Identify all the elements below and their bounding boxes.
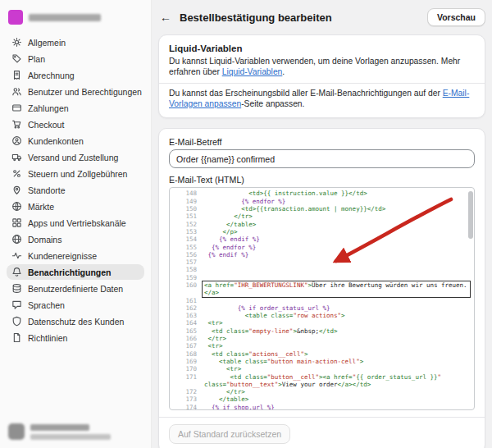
code-line: <tr> xyxy=(204,342,474,350)
sidebar-item-label: Benutzerdefinierte Daten xyxy=(28,284,123,294)
sidebar-item-plan[interactable]: Plan xyxy=(7,51,144,66)
code-line: <tr> xyxy=(204,319,474,327)
line-number: 166 xyxy=(170,335,197,342)
sidebar-item-locations[interactable]: Standorte xyxy=(7,182,144,198)
payments-icon xyxy=(11,103,22,113)
markets-icon xyxy=(11,201,22,212)
line-number: 159 xyxy=(170,274,197,281)
shopify-settings-window: AllgemeinPlanAbrechnungBenutzer und Bere… xyxy=(0,0,492,448)
code-line: <a href="IHR_BEWERTUNGSLINK">Über ihre B… xyxy=(204,281,474,289)
code-line: <td class="button__cell"><a href="{{ ord… xyxy=(204,373,474,381)
code-line xyxy=(204,266,474,273)
line-number: 154 xyxy=(170,235,197,243)
code-line: <td class="actions__cell"> xyxy=(204,350,474,358)
code-line: <td>{{transaction.amount | money}}</td> xyxy=(204,205,474,213)
liquid-variables-card: Liquid-Variablen Du kannst Liquid-Variab… xyxy=(158,34,485,118)
line-number: 150 xyxy=(170,205,197,213)
bell-icon xyxy=(11,267,22,277)
code-line: </p> xyxy=(204,228,474,235)
code-line: </tr> xyxy=(204,388,474,395)
sidebar-item-users[interactable]: Benutzer und Berechtigungen xyxy=(7,84,144,99)
sidebar-item-privacy[interactable]: Datenschutz des Kunden xyxy=(7,313,144,329)
line-number: 163 xyxy=(170,312,197,319)
taxes-icon xyxy=(11,168,22,179)
liquid-variables-title: Liquid-Variablen xyxy=(169,43,475,53)
code-line xyxy=(204,297,474,304)
store-name-redacted xyxy=(29,14,101,21)
sidebar-item-payments[interactable]: Zahlungen xyxy=(7,100,144,116)
email-templates-note: Du kannst das Erscheinungsbild aller E-M… xyxy=(169,89,475,110)
sidebar-item-label: Sprachen xyxy=(28,300,65,310)
email-subject-input[interactable] xyxy=(169,149,475,168)
line-number: 167 xyxy=(170,342,197,350)
plan-icon xyxy=(11,53,22,64)
code-content: <td>{{ instruction.value }}</td> {% endf… xyxy=(201,188,474,409)
page-title: Bestellbestätigung bearbeiten xyxy=(180,11,421,24)
store-switcher[interactable] xyxy=(7,8,144,34)
code-editor[interactable]: 1481491501511521531541551561571581591601… xyxy=(169,187,475,410)
sidebar-item-label: Zahlungen xyxy=(28,103,69,113)
line-number: 158 xyxy=(170,266,197,273)
sidebar-item-apps[interactable]: Apps und Vertriebskanäle xyxy=(7,215,144,231)
line-number xyxy=(170,289,197,296)
line-number: 171 xyxy=(170,373,197,381)
sidebar-item-taxes[interactable]: Steuern und Zollgebühren xyxy=(7,166,144,181)
code-line: {% endfor %} xyxy=(204,198,474,205)
line-number: 165 xyxy=(170,327,197,335)
checkout-icon xyxy=(11,119,22,130)
sidebar-item-policies[interactable]: Richtlinien xyxy=(7,330,144,345)
line-number xyxy=(170,381,197,388)
sidebar-item-accounts[interactable]: Kundenkonten xyxy=(7,133,144,149)
code-line: <table class="button main-action-cell"> xyxy=(204,358,474,365)
sidebar-item-domains[interactable]: Domains xyxy=(7,231,144,247)
line-number: 174 xyxy=(170,404,197,411)
editor-scrollbar[interactable] xyxy=(467,189,473,409)
sidebar-item-label: Allgemein xyxy=(28,38,66,48)
line-number: 170 xyxy=(170,365,197,373)
code-line: <tr> xyxy=(204,365,474,373)
sidebar-item-shipping[interactable]: Versand und Zustellung xyxy=(7,149,144,165)
line-number: 161 xyxy=(170,297,197,304)
line-number-gutter: 1481491501511521531541551561571581591601… xyxy=(170,188,201,409)
code-line: </table> xyxy=(204,395,474,403)
sidebar-item-bell[interactable]: Benachrichtigungen xyxy=(7,264,144,280)
line-number: 156 xyxy=(170,251,197,258)
languages-icon xyxy=(11,299,22,310)
code-line: {% endif %} xyxy=(204,251,474,258)
email-subject-label: E-Mail-Betreff xyxy=(169,137,475,147)
sidebar-item-markets[interactable]: Märkte xyxy=(7,199,144,214)
line-number: 151 xyxy=(170,213,197,220)
sidebar-item-events[interactable]: Kundenereignisse xyxy=(7,248,144,263)
reset-to-default-button[interactable]: Auf Standard zurücksetzen xyxy=(169,424,290,444)
code-line: </table> xyxy=(204,221,474,228)
card-footer: Auf Standard zurücksetzen xyxy=(159,417,485,444)
code-line: {% endfor %} xyxy=(204,244,474,251)
line-number: 153 xyxy=(170,228,197,235)
sidebar-item-checkout[interactable]: Checkout xyxy=(7,117,144,132)
liquid-variables-link[interactable]: Liquid-Variablen xyxy=(222,67,283,76)
line-number: 157 xyxy=(170,258,197,266)
users-icon xyxy=(11,86,22,97)
sidebar-item-label: Checkout xyxy=(28,120,64,130)
sidebar-item-data[interactable]: Benutzerdefinierte Daten xyxy=(7,281,144,296)
line-number: 162 xyxy=(170,304,197,312)
code-line xyxy=(204,258,474,266)
sidebar-item-label: Domains xyxy=(28,235,61,245)
code-line xyxy=(204,274,474,281)
user-account[interactable] xyxy=(8,423,111,440)
code-line: class="button__text">View your order</a>… xyxy=(204,381,474,388)
back-button[interactable]: ← xyxy=(158,11,173,23)
sidebar-item-gear[interactable]: Allgemein xyxy=(7,34,144,50)
sidebar-item-languages[interactable]: Sprachen xyxy=(7,297,144,313)
code-line: </tr> xyxy=(204,213,474,220)
preview-button[interactable]: Vorschau xyxy=(427,8,485,26)
page-header: ← Bestellbestätigung bearbeiten Vorschau xyxy=(158,7,485,28)
settings-sidebar: AllgemeinPlanAbrechnungBenutzer und Bere… xyxy=(0,0,152,448)
scrollbar-thumb[interactable] xyxy=(468,191,473,239)
sidebar-item-billing[interactable]: Abrechnung xyxy=(7,67,144,83)
user-name-redacted xyxy=(30,424,89,431)
line-number: 168 xyxy=(170,350,197,358)
gear-icon xyxy=(11,37,22,48)
settings-nav: AllgemeinPlanAbrechnungBenutzer und Bere… xyxy=(7,34,144,345)
sidebar-item-label: Märkte xyxy=(28,202,54,212)
